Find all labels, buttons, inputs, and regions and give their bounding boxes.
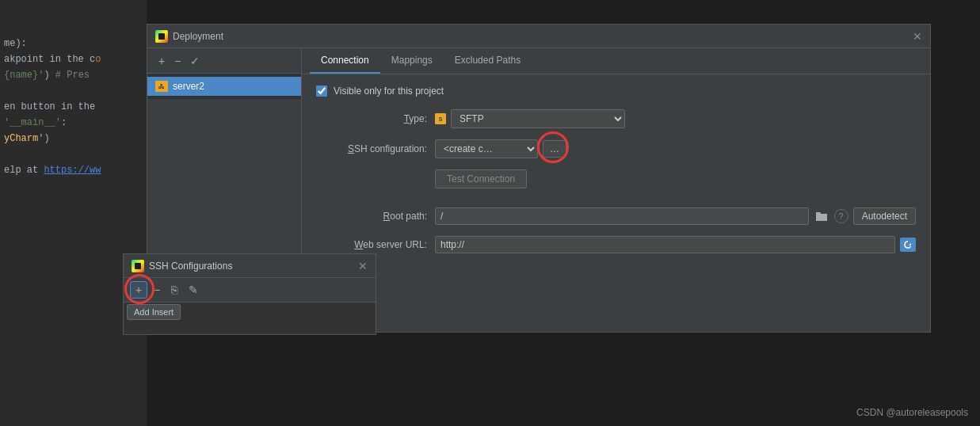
ssh-control-group: <create c… …	[435, 139, 916, 158]
test-connection-row: Test Connection	[316, 169, 916, 196]
deployment-close-button[interactable]: ✕	[913, 31, 922, 42]
watermark: CSDN @autoreleasepools	[856, 407, 968, 418]
web-server-label: Web server URL:	[316, 239, 427, 250]
add-tooltip: Add Insert	[127, 304, 181, 320]
deployment-titlebar: Deployment ✕	[147, 25, 930, 48]
remove-server-button[interactable]: −	[170, 53, 185, 69]
web-server-input[interactable]	[435, 236, 895, 253]
type-label: Type:	[316, 113, 427, 124]
web-server-control-group	[435, 236, 916, 253]
ssh-config-row: SSH configuration: <create c… …	[316, 139, 916, 158]
ssh-title-left: SSH Configurations	[132, 260, 232, 272]
sftp-icon: S	[435, 113, 446, 124]
root-path-input[interactable]	[435, 207, 809, 225]
ssh-edit-button[interactable]: ✎	[184, 282, 203, 298]
add-icon: +	[135, 283, 142, 296]
server-list: 🖧 server2	[147, 74, 302, 99]
test-connection-button[interactable]: Test Connection	[435, 169, 527, 188]
server-name: server2	[173, 81, 204, 92]
title-left: Deployment	[155, 30, 223, 43]
add-server-button[interactable]: +	[154, 53, 170, 69]
ssh-add-button[interactable]: + Add Insert	[130, 281, 147, 299]
pycharm-icon	[155, 30, 168, 43]
deployment-title: Deployment	[173, 31, 223, 42]
ssh-label: SSH configuration:	[316, 143, 427, 154]
help-icon[interactable]: ?	[834, 209, 848, 223]
root-path-label: Root path:	[316, 211, 427, 222]
web-server-row: Web server URL:	[316, 236, 916, 253]
root-path-control-group: ? Autodetect	[435, 207, 916, 225]
sftp-icon-box: S	[435, 113, 446, 124]
ssh-remove-button[interactable]: −	[149, 282, 165, 298]
visible-only-row: Visible only for this project	[316, 86, 916, 97]
deployment-toolbar: + − ✓	[147, 48, 301, 74]
editor-content: me): akpoint in the co {name}') # Pres e…	[4, 36, 101, 178]
ssh-toolbar: + Add Insert − ⎘ ✎	[124, 278, 376, 302]
right-panel: Connection Mappings Excluded Paths Visib…	[302, 48, 930, 306]
type-select[interactable]: SFTP	[451, 109, 625, 128]
autodetect-button[interactable]: Autodetect	[853, 207, 916, 225]
server-icon: 🖧	[155, 81, 168, 92]
tab-bar: Connection Mappings Excluded Paths	[302, 48, 930, 74]
ssh-ellipsis-button[interactable]: …	[543, 140, 566, 158]
ssh-title-text: SSH Configurations	[149, 261, 232, 272]
folder-icon[interactable]	[814, 209, 829, 223]
root-path-row: Root path: ? Autodetect	[316, 207, 916, 225]
type-control-group: S SFTP	[435, 109, 916, 128]
ssh-close-button[interactable]: ✕	[358, 261, 368, 272]
ssh-copy-button[interactable]: ⎘	[166, 282, 182, 298]
server-item[interactable]: 🖧 server2	[147, 77, 301, 96]
web-refresh-icon[interactable]	[900, 238, 916, 252]
ssh-configurations-dialog: SSH Configurations ✕ + Add Insert − ⎘ ✎	[123, 253, 376, 335]
type-row: Type: S SFTP	[316, 109, 916, 128]
form-content: Visible only for this project Type: S SF…	[302, 74, 930, 306]
ssh-pycharm-icon	[132, 260, 144, 272]
confirm-button[interactable]: ✓	[185, 53, 204, 69]
ssh-titlebar: SSH Configurations ✕	[124, 254, 376, 278]
tab-excluded-paths[interactable]: Excluded Paths	[444, 48, 532, 74]
visible-only-label: Visible only for this project	[334, 86, 444, 97]
visible-only-checkbox[interactable]	[316, 86, 327, 97]
tab-mappings[interactable]: Mappings	[380, 48, 444, 74]
ssh-select[interactable]: <create c…	[435, 139, 538, 158]
tab-connection[interactable]: Connection	[310, 48, 380, 74]
